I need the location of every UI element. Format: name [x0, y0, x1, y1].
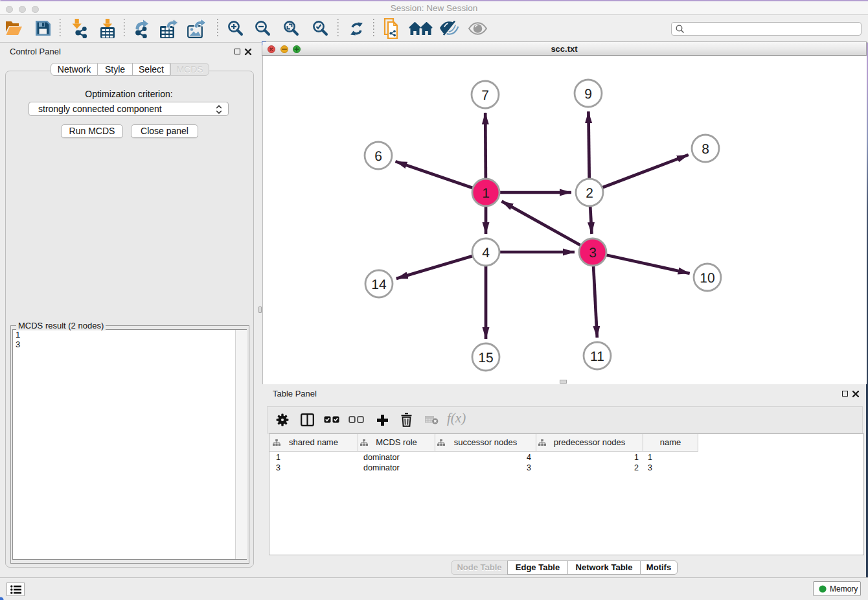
svg-text:4: 4 — [482, 246, 490, 260]
svg-text:14: 14 — [371, 277, 387, 292]
svg-text:9: 9 — [584, 87, 592, 102]
svg-text:7: 7 — [481, 88, 489, 103]
svg-text:15: 15 — [478, 351, 493, 365]
svg-text:10: 10 — [700, 271, 714, 286]
svg-text:3: 3 — [589, 246, 597, 260]
svg-text:8: 8 — [702, 142, 709, 157]
svg-text:6: 6 — [374, 149, 382, 164]
svg-text:1: 1 — [482, 186, 490, 201]
svg-text:11: 11 — [590, 349, 604, 364]
svg-text:2: 2 — [586, 186, 593, 201]
